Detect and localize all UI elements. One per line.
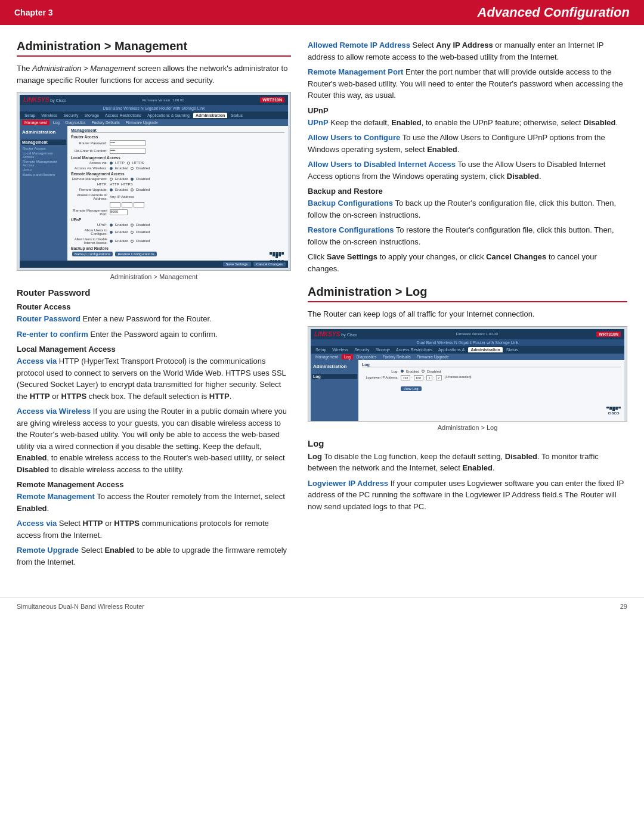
nav-status: Status [228,113,245,118]
log-model-number: WRT310N [596,332,621,337]
access-via2-term: Access via [17,519,57,528]
log-nav-access: Access Restrictions [394,347,435,352]
subnav-factory: Factory Defaults [89,120,122,125]
reenter-text: Enter the Password again to confirm. [91,330,218,339]
router-password-heading: Router Password [17,287,291,298]
sidebar-local-mgmt: Local Management Access [21,151,66,159]
subnav-firmware: Firmware Upgrade [123,120,160,125]
remote-upgrade-para: Remote Upgrade Select Enabled to be able… [17,544,291,568]
remote-mgmt-port-para: Remote Management Port Enter the port nu… [308,66,627,101]
upnp-heading: UPnP [308,106,627,115]
log-cisco-logo: CISCO [606,407,621,415]
admin-mgmt-italic: Administration > Management [32,64,135,73]
field-reenter: Re-Enter to Confirm: •••• [71,148,284,154]
log-nav-apps: Applications & [436,347,467,352]
allow-disabled-term: Allow Users to Disabled Internet Access [308,160,456,169]
screenshot1-caption: Administration > Management [17,273,291,280]
log-section-heading: Log [308,438,627,448]
nav-apps: Applications & Gaming [145,113,192,118]
log-sidebar: Administration Log [311,360,358,422]
save-settings-btn: Save Settings [223,262,251,267]
field-wireless: Access via Wireless: Enabled Disabled [71,166,284,170]
ip-fields [110,202,284,208]
restore-btn: Restore Configurations [115,252,156,256]
log-admin-label: Administration [312,363,357,370]
field-router-password: Router Password: •••• [71,140,284,146]
restore-para: Restore Configurations To restore the Ro… [308,224,627,247]
log-sub-nav: Management Log Diagnostics Factory Defau… [311,354,624,360]
allowed-remote-ip-para: Allowed Remote IP Address Select Any IP … [308,39,627,63]
model-number: WRT310N [260,97,284,103]
allow-configure-term: Allow Users to Configure [308,133,400,142]
sidebar-router-access: Router Access [21,146,66,151]
router-access-label: Router Access [71,135,284,139]
subnav-management: Management [22,120,49,125]
router-access-heading: Router Access [17,302,291,311]
log-field-row: Log: Enabled Disabled [362,370,621,373]
log-router-nav: Setup Wireless Security Storage Access R… [311,346,624,354]
field-remote-port: Remote Management Port: 8080 [71,209,284,216]
view-log-btn: View Log [401,386,422,391]
log-nav-wireless: Wireless [330,347,351,352]
save-settings-text: Save Settings [327,252,377,261]
page-title: Advanced Configuration [478,5,630,20]
left-column: Administration > Management The Administ… [17,39,291,571]
remote-mgmt-para: Remote Management To access the Router r… [17,491,291,514]
router-password-term: Router Password [17,314,80,323]
field-remote-mgmt: Remote Management: Enabled Disabled [71,177,284,181]
logviewer-para: Logviewer IP Address If your computer us… [308,478,627,513]
router-title-bar: Dual Band Wireless N Gigabit Router with… [20,105,288,112]
field-remote-upgrade: Remote Upgrade: Enabled Disabled [71,188,284,191]
nav-access: Access Restrictions [103,113,144,118]
field-allow-configure: Allow Users to Configure: Enabled Disabl… [71,228,284,236]
reenter-term: Re-enter to confirm [17,330,88,339]
chapter-label: Chapter 3 [14,8,53,17]
router-sidebar: Administration Management Router Access … [20,126,67,261]
management-title: Management [71,128,284,133]
linksys-logo: LINKSYS by Cisco [23,97,66,103]
log-subnav-firmware: Firmware Upgrade [414,354,451,360]
cisco-logo: CISCO [270,252,284,264]
logviewer-term: Logviewer IP Address [308,479,388,488]
field-http: HTTP: HTTP HTTPS [71,182,284,186]
backup-heading: Backup and Restore [308,187,627,196]
admin-mgmt-heading: Administration > Management [17,39,291,57]
backup-btn: Backup Configurations [72,252,113,256]
remote-mgmt-heading: Remote Management Access [17,480,291,489]
router-screenshot-log: LINKSYS by Cisco Firmware Version: 1.00.… [308,326,627,422]
subnav-log: Log [51,120,62,125]
page-header: Chapter 3 Advanced Configuration [0,0,644,25]
log-subnav-log: Log [342,354,353,360]
log-sidebar-section: Log [312,374,357,379]
screenshot2-caption: Administration > Log [308,424,627,431]
sidebar-remote-mgmt: Remote Management Access [21,159,66,168]
field-allow-disabled: Allow Users to Disable Internet Access: … [71,237,284,244]
log-linksys-logo: LINKSYS by Cisco [314,331,357,337]
allow-configure-para: Allow Users to Configure To use the Allo… [308,132,627,155]
cancel-changes-text: Cancel Changes [486,252,546,261]
nav-security: Security [61,113,80,118]
backup-term: Backup Configurations [308,199,393,208]
log-subnav-factory: Factory Defaults [380,354,413,360]
access-via-para: Access via HTTP (HyperText Transport Pro… [17,355,291,402]
log-main-content: Log Log: Enabled Disabled Logviewer IP A… [358,360,624,422]
admin-label: Administration [21,128,66,136]
nav-admin: Administration [193,113,227,118]
backup-buttons: Backup Configurations Restore Configurat… [72,252,284,256]
admin-mgmt-intro: The Administration > Management screen a… [17,63,291,86]
access-via-term: Access via [17,357,57,366]
restore-term: Restore Configurations [308,225,394,234]
log-router-body: Administration Log Log Log: Enabled Disa… [311,360,624,422]
nav-setup: Setup [22,113,38,118]
router-ui: LINKSYS by Cisco Firmware Version: 1.00.… [17,92,290,270]
access-wireless-para: Access via Wireless If you are using the… [17,405,291,475]
remote-upgrade-term: Remote Upgrade [17,546,79,555]
router-password-para: Router Password Enter a new Password for… [17,313,291,325]
nav-wireless: Wireless [39,113,60,118]
router-header-bar: LINKSYS by Cisco Firmware Version: 1.00.… [20,95,288,105]
admin-log-intro: The Router can keep logs of all traffic … [308,308,627,320]
firmware-version: Firmware Version: 1.00.00 [143,98,184,102]
log-term: Log [308,452,322,461]
footer-right: 29 [620,603,627,610]
log-nav-setup: Setup [313,347,329,352]
